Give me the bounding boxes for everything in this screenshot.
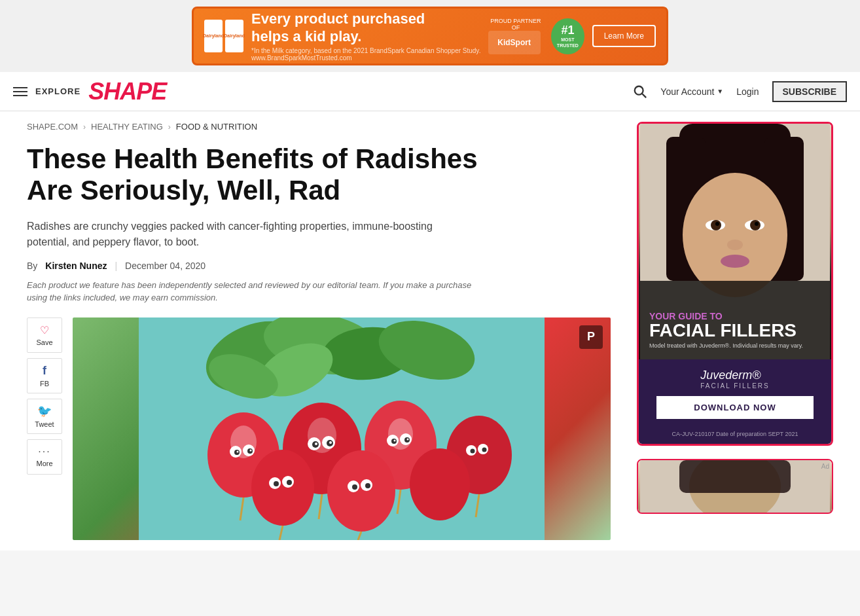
top-ad-left: Dairyland Dairyland Every product purcha…	[204, 10, 488, 62]
more-icon: ···	[38, 446, 50, 458]
svg-point-35	[394, 439, 396, 441]
article-section: SHAPE.COM › HEALTHY EATING › FOOD & NUTR…	[27, 122, 611, 540]
download-now-button[interactable]: DOWNLOAD NOW	[656, 396, 813, 419]
sidebar-ad-1: Ad	[637, 122, 833, 446]
main-wrapper: SHAPE.COM › HEALTHY EATING › FOOD & NUTR…	[0, 111, 860, 551]
subscribe-button[interactable]: SUBSCRIBE	[772, 81, 847, 102]
article-date: December 04, 2020	[125, 261, 206, 271]
trusted-badge: #1 MOST TRUSTED	[551, 18, 584, 54]
svg-point-48	[365, 483, 370, 488]
sidebar-ad-fine-print: CA-JUV-210107 Date of preparation SEPT 2…	[639, 428, 831, 444]
svg-point-36	[407, 438, 409, 440]
breadcrumb: SHAPE.COM › HEALTHY EATING › FOOD & NUTR…	[27, 122, 611, 132]
sidebar-ad-2: Ad	[637, 459, 833, 514]
twitter-icon: 🐦	[37, 404, 52, 418]
breadcrumb-home[interactable]: SHAPE.COM	[27, 122, 78, 132]
article-author[interactable]: Kirsten Nunez	[45, 261, 107, 271]
svg-point-24	[250, 449, 252, 451]
top-ad-text: Every product purchased helps a kid play…	[251, 10, 488, 62]
svg-point-23	[237, 450, 239, 452]
svg-point-29	[315, 443, 317, 445]
facebook-share-button[interactable]: f FB	[27, 358, 62, 393]
article-image-container: P	[73, 317, 611, 540]
juvederm-logo-area: Juvederm® FACIAL FILLERS	[700, 369, 769, 390]
svg-point-14	[327, 450, 395, 532]
sidebar-ad-inner: Ad	[639, 124, 831, 444]
breadcrumb-sep-2: ›	[168, 122, 171, 132]
sidebar-ad-main-text: FACIAL FILLERS	[649, 321, 803, 340]
top-ad-main-text: Every product purchased helps a kid play…	[251, 10, 488, 45]
milk-carton-2: Dairyland	[225, 20, 243, 52]
meta-divider: |	[115, 261, 117, 271]
svg-point-67	[721, 255, 749, 268]
twitter-share-button[interactable]: 🐦 Tweet	[27, 399, 62, 434]
svg-point-44	[287, 480, 292, 485]
sidebar-ad-2-image: Ad	[638, 460, 832, 513]
svg-point-13	[251, 450, 314, 526]
fb-label: FB	[40, 380, 49, 388]
sidebar-ad-overlay-text: YOUR GUIDE TO FACIAL FILLERS Model treat…	[649, 311, 803, 349]
sidebar-ad-disclaimer: Model treated with Juvederm®. Individual…	[649, 342, 803, 349]
top-ad-content[interactable]: Dairyland Dairyland Every product purcha…	[192, 7, 668, 65]
svg-point-15	[410, 448, 470, 520]
svg-line-1	[642, 93, 646, 97]
your-account-menu[interactable]: Your Account ▼	[660, 86, 723, 97]
top-ad-right: PROUD PARTNER OF KidSport #1 MOST TRUSTE…	[488, 18, 656, 54]
article-title: These Health Benefits of Radishes Are Se…	[27, 143, 485, 207]
svg-rect-71	[679, 460, 791, 493]
article-subtitle: Radishes are crunchy veggies packed with…	[27, 219, 472, 250]
svg-point-59	[683, 173, 787, 297]
article-body: ♡ Save f FB 🐦 Tweet ··· More	[27, 317, 611, 540]
facebook-icon: f	[43, 364, 46, 378]
article-image: P	[73, 317, 611, 540]
sidebar-ad-bottom: Juvederm® FACIAL FILLERS DOWNLOAD NOW	[639, 359, 831, 428]
breadcrumb-healthy-eating[interactable]: HEALTHY EATING	[91, 122, 163, 132]
sidebar-ad-face: YOUR GUIDE TO FACIAL FILLERS Model treat…	[639, 124, 831, 359]
proud-partner-block: PROUD PARTNER OF KidSport	[488, 18, 544, 54]
svg-point-30	[329, 441, 332, 444]
svg-point-39	[471, 448, 475, 453]
top-ad-sub-text: *In the Milk category, based on the 2021…	[251, 47, 488, 62]
breadcrumb-sep-1: ›	[83, 122, 86, 132]
proud-partner-text: PROUD PARTNER OF KidSport	[488, 18, 544, 54]
save-button[interactable]: ♡ Save	[27, 317, 62, 353]
sidebar-section: Ad	[637, 122, 833, 540]
juvederm-sub: FACIAL FILLERS	[700, 382, 769, 390]
content-area: SHAPE.COM › HEALTHY EATING › FOOD & NUTR…	[11, 111, 849, 551]
share-buttons: ♡ Save f FB 🐦 Tweet ··· More	[27, 317, 62, 475]
juvederm-logo: Juvederm®	[700, 369, 761, 382]
article-disclaimer: Each product we feature has been indepen…	[27, 279, 472, 304]
top-ad-banner: Dairyland Dairyland Every product purcha…	[0, 0, 860, 72]
svg-point-43	[274, 481, 279, 486]
nav-right: Your Account ▼ Login SUBSCRIBE	[633, 81, 847, 102]
milk-carton-1: Dairyland	[204, 20, 223, 52]
learn-more-button[interactable]: Learn More	[592, 25, 656, 47]
nav-left: EXPLORE SHAPE	[13, 78, 166, 105]
svg-point-40	[482, 447, 487, 452]
navbar: EXPLORE SHAPE Your Account ▼ Login SUBSC…	[0, 72, 860, 111]
svg-point-66	[727, 240, 743, 250]
shape-logo[interactable]: SHAPE	[88, 78, 166, 105]
search-icon[interactable]	[633, 84, 647, 99]
login-button[interactable]: Login	[736, 86, 759, 97]
more-share-button[interactable]: ··· More	[27, 439, 62, 475]
by-label: By	[27, 261, 37, 271]
heart-icon: ♡	[40, 324, 49, 336]
milk-cartons: Dairyland Dairyland	[204, 20, 243, 52]
chevron-down-icon: ▼	[717, 88, 723, 95]
pinterest-button[interactable]: P	[579, 325, 603, 349]
svg-point-47	[352, 484, 357, 490]
svg-point-0	[635, 86, 643, 94]
more-label: More	[36, 460, 52, 467]
kicksport-logo: KidSport	[488, 31, 541, 54]
breadcrumb-current: FOOD & NUTRITION	[176, 122, 257, 132]
hamburger-menu-icon[interactable]	[13, 87, 27, 96]
article-meta: By Kirsten Nunez | December 04, 2020	[27, 261, 611, 271]
svg-point-65	[755, 222, 759, 226]
save-label: Save	[36, 338, 52, 346]
ad-indicator-2: Ad	[821, 463, 829, 470]
tweet-label: Tweet	[35, 420, 54, 428]
explore-label[interactable]: EXPLORE	[35, 86, 81, 96]
svg-point-64	[715, 222, 719, 226]
